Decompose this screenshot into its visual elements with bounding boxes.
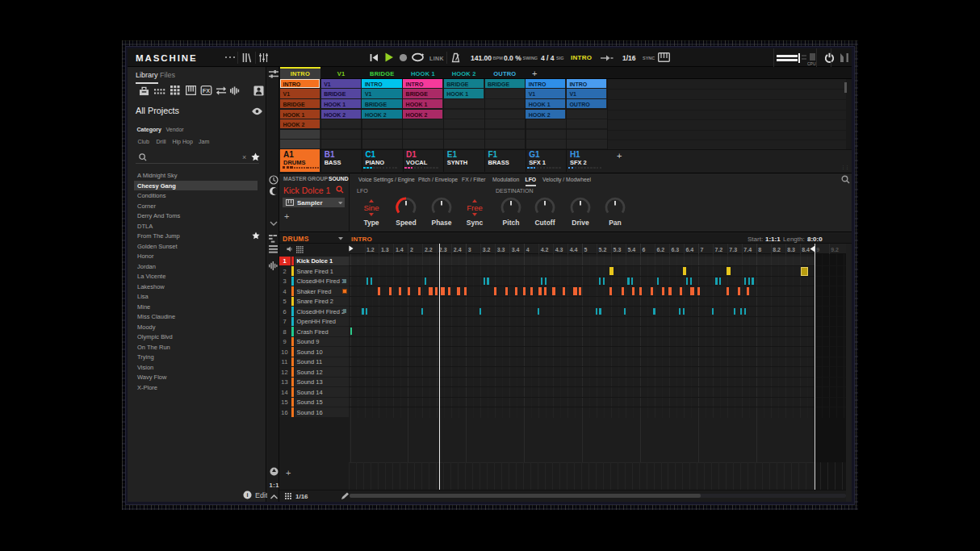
svg-text:CPU: CPU: [807, 61, 816, 66]
svg-text:i: i: [246, 491, 248, 499]
svg-text:FX: FX: [203, 87, 211, 94]
